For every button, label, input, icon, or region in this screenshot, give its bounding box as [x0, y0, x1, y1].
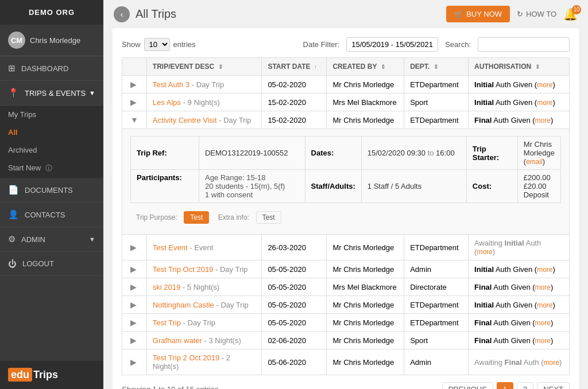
table-row: ▶Test Trip Oct 2019 - Day Trip05-05-2020… — [122, 260, 570, 278]
th-dept[interactable]: DEPT. ⇕ — [404, 58, 469, 76]
expand-button[interactable]: ▶ — [128, 80, 139, 89]
more-link[interactable]: more — [535, 337, 551, 345]
more-link[interactable]: more — [537, 99, 552, 107]
entries-select[interactable]: 10 25 50 — [144, 38, 170, 51]
table-row: ▶Test Event - Event26-03-2020Mr Chris Mo… — [122, 235, 570, 260]
more-link[interactable]: more — [535, 283, 551, 291]
page-title: All Trips — [136, 7, 176, 21]
admin-icon: ⚙ — [8, 234, 16, 244]
auth-bold: Final — [474, 318, 492, 327]
purpose-tab-test[interactable]: Test — [184, 211, 209, 224]
more-link[interactable]: more — [537, 81, 552, 89]
trip-ref-label: Trip Ref: — [137, 149, 167, 157]
sidebar-item-label: LOGOUT — [22, 259, 54, 268]
chevron-down-icon: ▼ — [89, 90, 95, 96]
date-filter-input[interactable] — [346, 37, 438, 52]
entries-label: entries — [173, 40, 196, 49]
sidebar-item-documents[interactable]: 📄 DOCUMENTS — [0, 178, 103, 203]
th-created-by[interactable]: CREATED BY ⇕ — [327, 58, 404, 76]
sidebar-item-logout[interactable]: ⏻ LOGOUT — [0, 252, 103, 276]
created-by-cell: Mr Chris Morledge — [327, 349, 404, 375]
more-link[interactable]: more — [535, 319, 551, 327]
trip-link[interactable]: Test Trip 2 Oct 2019 — [153, 353, 219, 362]
more-link[interactable]: more — [537, 301, 552, 309]
created-by-cell: Mr Chris Morledge — [327, 296, 404, 314]
trip-link[interactable]: Test Event — [153, 243, 188, 252]
auth-bold: Final — [474, 336, 492, 345]
trips-icon: 📍 — [8, 88, 19, 98]
expand-button[interactable]: ▼ — [128, 115, 141, 125]
auth-awaiting: Awaiting Initial Auth (more) — [474, 239, 541, 256]
trip-link[interactable]: Grafham water — [153, 336, 202, 345]
trip-link[interactable]: ski 2019 — [153, 283, 180, 291]
th-auth[interactable]: AUTHORISATION ⇕ — [469, 58, 570, 76]
auth-bold: Final — [474, 116, 492, 125]
auth-cell: Final Auth Given (more) — [469, 314, 570, 332]
dept-cell: Sport — [404, 94, 469, 111]
th-start-date[interactable]: START DATE ↑ — [262, 58, 327, 76]
trip-link[interactable]: Test Auth 3 — [153, 80, 189, 89]
dates-value: 15/02/2020 09:30 to 16:00 — [361, 137, 466, 170]
contacts-icon: 👤 — [8, 209, 19, 220]
dept-cell: ETDepartment — [404, 296, 469, 314]
th-desc[interactable]: TRIP/EVENT DESC ⇕ — [146, 58, 262, 76]
buy-now-button[interactable]: 🛒 BUY NOW — [446, 6, 510, 22]
th-expand — [122, 58, 147, 76]
trip-link[interactable]: Nottingham Castle — [153, 301, 214, 309]
sidebar: DEMO ORG CM Chris Morledge ⊞ DASHBOARD 📍… — [0, 0, 103, 389]
sidebar-item-all[interactable]: All — [0, 123, 103, 141]
sidebar-item-dashboard[interactable]: ⊞ DASHBOARD — [0, 56, 103, 81]
expand-button[interactable]: ▶ — [128, 282, 139, 291]
dates-label: Dates: — [311, 149, 334, 157]
page-1-button[interactable]: 1 — [497, 382, 513, 389]
expand-button[interactable]: ▶ — [128, 318, 139, 327]
expand-button[interactable]: ▶ — [128, 264, 139, 274]
sidebar-item-start-new[interactable]: Start New ⓘ — [0, 159, 103, 178]
trip-link[interactable]: Test Trip — [153, 318, 181, 327]
info-icon: ⓘ — [45, 164, 52, 172]
trip-link[interactable]: Activity Centre Visit — [153, 116, 217, 125]
trip-link[interactable]: Test Trip Oct 2019 — [153, 265, 214, 274]
back-button[interactable]: ‹ — [114, 6, 130, 22]
expand-button[interactable]: ▶ — [128, 243, 139, 252]
pagination: PREVIOUS 1 2 NEXT — [442, 382, 570, 389]
trip-type: - 5 Night(s) — [183, 283, 219, 291]
auth-cell: Initial Auth Given (more) — [469, 260, 570, 278]
expand-button[interactable]: ▶ — [128, 357, 139, 367]
table-row: ▶Test Trip - Day Trip05-05-2020Mr Chris … — [122, 314, 570, 332]
dept-cell: Sport — [404, 332, 469, 349]
auth-cell: Initial Auth Given (more) — [469, 76, 570, 94]
email-link[interactable]: email — [526, 158, 543, 166]
start-date-cell: 05-05-2020 — [262, 296, 327, 314]
sidebar-item-contacts[interactable]: 👤 CONTACTS — [0, 203, 103, 227]
more-link[interactable]: more — [477, 248, 492, 256]
trip-link[interactable]: Les Alps — [153, 98, 181, 107]
expand-button[interactable]: ▶ — [128, 336, 139, 345]
page-2-button[interactable]: 2 — [517, 382, 533, 389]
auth-text: Initial Auth Given (more) — [474, 80, 555, 89]
showing-text: Showing 1 to 10 of 16 entries — [122, 385, 218, 389]
more-link[interactable]: more — [537, 266, 552, 274]
next-button[interactable]: NEXT — [537, 382, 570, 389]
created-by-cell: Mrs Mel Blackmore — [327, 278, 404, 296]
expand-button[interactable]: ▶ — [128, 98, 139, 107]
extra-info-label: Extra info: — [218, 213, 249, 221]
trip-name-cell: Nottingham Castle - Day Trip — [146, 296, 262, 314]
auth-text: Final Auth Given (more) — [474, 318, 553, 327]
sidebar-item-admin[interactable]: ⚙ ADMIN ▼ — [0, 227, 103, 252]
user-profile[interactable]: CM Chris Morledge — [0, 25, 103, 56]
expand-button[interactable]: ▶ — [128, 300, 139, 309]
search-input[interactable] — [478, 37, 570, 52]
sidebar-item-my-trips[interactable]: My Trips — [0, 106, 103, 123]
more-link[interactable]: more — [535, 116, 551, 125]
extra-info-tab-test[interactable]: Test — [256, 211, 281, 224]
prev-button[interactable]: PREVIOUS — [442, 382, 493, 389]
sidebar-item-archived[interactable]: Archived — [0, 141, 103, 159]
org-name: DEMO ORG — [0, 0, 103, 25]
how-to-button[interactable]: ↻ HOW TO — [517, 10, 556, 18]
notification-button[interactable]: 🔔 10 — [563, 7, 578, 21]
trip-name-cell: Grafham water - 3 Night(s) — [146, 332, 262, 349]
chevron-down-icon: ▼ — [89, 236, 95, 243]
more-link[interactable]: more — [544, 359, 559, 367]
sidebar-item-trips-events[interactable]: 📍 TRIPS & EVENTS ▼ — [0, 81, 103, 106]
